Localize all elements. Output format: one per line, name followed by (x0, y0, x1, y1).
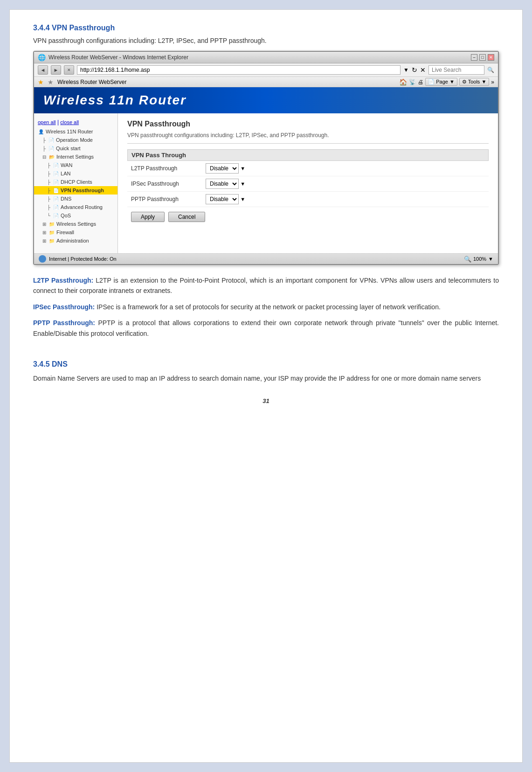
addr-refresh-icon[interactable]: ↻ (412, 66, 417, 74)
sidebar-label-firewall: Firewall (56, 230, 74, 235)
table-row: PPTP Passthrough Disable Enable ▼ (127, 192, 489, 207)
rss-icon: 📡 (409, 79, 416, 85)
browser-statusbar: Internet | Protected Mode: On 🔍 100% ▼ (34, 253, 498, 264)
browser-titlebar: 🌐 Wireless Router WebServer - Windows In… (34, 52, 498, 63)
doc-icon-qos: 📄 (53, 212, 59, 219)
sidebar-item-vpn-passthrough[interactable]: ├ 📄 VPN Passthrough (34, 186, 117, 195)
print-icon: 🖨 (418, 79, 423, 85)
page-button[interactable]: 📄 Page ▼ (425, 78, 457, 86)
maximize-btn[interactable]: □ (479, 54, 486, 61)
sidebar-label-operation-mode: Operation Mode (56, 137, 93, 143)
sidebar-item-wireless11n[interactable]: 👤 Wireless 11N Router (34, 127, 117, 136)
minimize-btn[interactable]: – (471, 54, 477, 61)
router-content: VPN Passthrough VPN passthrought configu… (118, 113, 498, 253)
status-text: Internet | Protected Mode: On (49, 256, 117, 262)
ipsec-select-cell: Disable Enable ▼ (202, 176, 489, 192)
sidebar-item-dns[interactable]: ├ 📄 DNS (34, 195, 117, 203)
live-search-input[interactable] (428, 65, 484, 75)
sidebar-item-adv-routing[interactable]: ├ 📄 Advanced Routing (34, 203, 117, 211)
folder-open-icon: 📂 (48, 153, 55, 160)
section-344-title: 3.4.4 VPN Passthrough (33, 24, 499, 32)
table-row: IPSec Passthrough Disable Enable ▼ (127, 176, 489, 192)
tools-button[interactable]: ⚙ Tools ▼ (459, 78, 489, 86)
window-controls: – □ ✕ (471, 54, 494, 61)
status-left: Internet | Protected Mode: On (39, 255, 117, 263)
l2tp-label: L2TP Passthrough (127, 161, 202, 176)
pptp-desc-label: PPTP Passthrough: (33, 319, 95, 327)
sidebar-item-qos[interactable]: └ 📄 QoS (34, 211, 117, 220)
folder-icon-admin: 📁 (48, 237, 55, 244)
forward-button[interactable]: ► (51, 65, 61, 75)
sidebar-item-wan[interactable]: ├ 📄 WAN (34, 161, 117, 169)
cancel-button[interactable]: Cancel (168, 212, 205, 222)
ipsec-label: IPSec Passthrough (127, 176, 202, 192)
sidebar-item-operation-mode[interactable]: ├ 📄 Operation Mode (34, 136, 117, 144)
sidebar-item-firewall[interactable]: ⊞ 📁 Firewall (34, 228, 117, 236)
sidebar-label-wan: WAN (61, 162, 72, 168)
sidebar-label-quick-start: Quick start (56, 146, 81, 151)
sidebar-label-wireless11n: Wireless 11N Router (46, 129, 93, 134)
more-icon[interactable]: » (491, 79, 494, 85)
ipsec-desc: IPSec Passthrough: IPSec is a framework … (33, 302, 499, 312)
doc-icon-wan: 📄 (53, 162, 59, 168)
pptp-desc-text: PPTP is a protocol that allows corporati… (33, 319, 499, 337)
sidebar-item-lan[interactable]: ├ 📄 LAN (34, 169, 117, 178)
sidebar-item-quick-start[interactable]: ├ 📄 Quick start (34, 144, 117, 153)
favorites-item[interactable]: Wireless Router WebServer (57, 79, 127, 85)
addr-stop-icon[interactable]: ✕ (420, 66, 426, 74)
tree-line-icon5: ├ (47, 180, 50, 185)
addr-go-icon: ▼ (403, 67, 409, 73)
doc-icon-dns: 📄 (53, 195, 59, 202)
sidebar-item-wireless-settings[interactable]: ⊞ 📁 Wireless Settings (34, 220, 117, 228)
section-344-desc: VPN passthrough configurations including… (33, 37, 499, 44)
l2tp-select[interactable]: Disable Enable (206, 163, 239, 174)
l2tp-desc: L2TP Passthrough: L2TP is an extension t… (33, 275, 499, 296)
tree-expand-icon3: ⊞ (42, 230, 46, 235)
l2tp-desc-label: L2TP Passthrough: (33, 277, 93, 284)
page-container: 3.4.4 VPN Passthrough VPN passthrough co… (9, 9, 523, 763)
tree-expand-icon2: ⊞ (42, 222, 46, 227)
back-button[interactable]: ◄ (38, 65, 48, 75)
pptp-select-cell: Disable Enable ▼ (202, 192, 489, 207)
router-body: open all | close all 👤 Wireless 11N Rout… (34, 113, 498, 253)
stop-button[interactable]: ✕ (64, 65, 74, 75)
tree-line-icon4: ├ (47, 171, 50, 176)
ipsec-desc-label: IPSec Passthrough: (33, 303, 95, 311)
address-bar[interactable] (77, 65, 401, 75)
sidebar-item-dhcp-clients[interactable]: ├ 📄 DHCP Clients (34, 178, 117, 186)
status-zoom-dropdown[interactable]: ▼ (488, 256, 493, 262)
doc-icon-1: 📄 (48, 137, 55, 143)
status-right: 🔍 100% ▼ (464, 256, 493, 263)
toolbar-buttons: 🏠 📡 🖨 📄 Page ▼ ⚙ Tools ▼ » (399, 78, 494, 86)
tree-line-icon8: ├ (47, 205, 50, 210)
favorites-star2-icon: ★ (48, 78, 54, 86)
search-icon[interactable]: 🔍 (487, 67, 494, 73)
spacer (33, 344, 499, 355)
tree-line-icon6: ├ (47, 188, 50, 193)
pptp-desc: PPTP Passthrough: PPTP is a protocol tha… (33, 318, 499, 339)
status-zone-icon (39, 255, 46, 263)
doc-icon-vpn: 📄 (53, 187, 59, 194)
section-345-title: 3.4.5 DNS (33, 360, 499, 369)
pptp-label: PPTP Passthrough (127, 192, 202, 207)
router-header-title: Wireless 11n Router (43, 93, 187, 108)
close-btn[interactable]: ✕ (488, 54, 494, 61)
content-desc: VPN passthrought configurations includin… (127, 132, 489, 144)
sidebar-label-routing: Advanced Routing (61, 204, 103, 210)
pptp-select[interactable]: Disable Enable (206, 194, 239, 204)
close-all-link[interactable]: close all (60, 119, 79, 125)
form-buttons: Apply Cancel (127, 207, 489, 227)
tree-expand-icon4: ⊞ (42, 238, 46, 243)
doc-icon-lan: 📄 (53, 170, 59, 177)
sidebar-label-dns: DNS (61, 196, 71, 202)
sidebar-item-administration[interactable]: ⊞ 📁 Administration (34, 236, 117, 245)
ipsec-select[interactable]: Disable Enable (206, 179, 239, 189)
open-all-link[interactable]: open all (38, 119, 56, 125)
home-icon[interactable]: 🏠 (399, 78, 407, 86)
browser-title: Wireless Router WebServer - Windows Inte… (48, 54, 188, 61)
tree-line-icon: ├ (42, 138, 46, 143)
tree-line-icon9: └ (47, 213, 50, 218)
apply-button[interactable]: Apply (131, 212, 165, 222)
sidebar-label-internet-settings: Internet Settings (56, 154, 94, 160)
sidebar-item-internet-settings[interactable]: ⊟ 📂 Internet Settings (34, 153, 117, 161)
